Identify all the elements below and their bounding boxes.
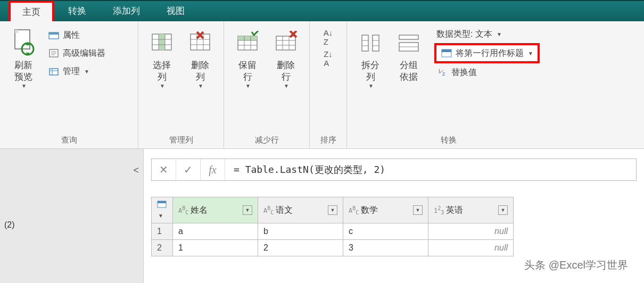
svg-rect-39 (399, 35, 418, 39)
check-icon: ✓ (184, 163, 193, 176)
refresh-icon (11, 28, 36, 57)
x-icon: ✕ (159, 163, 168, 176)
dropdown-arrow-icon: ▼ (368, 83, 374, 89)
svg-rect-34 (373, 35, 379, 51)
group-label-transform: 转换 (353, 133, 544, 146)
svg-rect-43 (442, 49, 451, 52)
column-name: 数学 (361, 205, 378, 214)
advanced-editor-icon (48, 47, 60, 59)
group-by-button[interactable]: 分组 依据 (392, 26, 426, 85)
table-corner[interactable]: ▼ (152, 197, 173, 223)
table-row[interactable]: 2 1 2 3 null (152, 240, 514, 256)
dropdown-arrow-icon: ▼ (84, 69, 89, 74)
replace-values-label: 替换值 (451, 67, 477, 78)
svg-text:2: 2 (442, 71, 445, 77)
keep-rows-button[interactable]: 保留 行 ▼ (230, 26, 265, 91)
svg-rect-23 (238, 36, 257, 40)
choose-columns-icon (149, 28, 175, 57)
column-filter-button[interactable]: ▼ (243, 205, 252, 215)
column-filter-button[interactable]: ▼ (328, 205, 337, 215)
group-label-reduce-rows: 减少行 (230, 133, 303, 146)
table-cell[interactable]: null (428, 223, 514, 240)
row-number: 1 (152, 223, 173, 240)
data-table: ▼ ABC姓名 ▼ ABC语文 ▼ (151, 197, 514, 256)
dropdown-arrow-icon: ▼ (528, 51, 533, 56)
tab-transform[interactable]: 转换 (55, 1, 99, 21)
column-header[interactable]: 123英语 ▼ (428, 197, 514, 223)
remove-columns-icon (187, 28, 213, 57)
table-cell[interactable]: null (428, 240, 514, 256)
column-name: 姓名 (191, 205, 208, 214)
table-row[interactable]: 1 a b c null (152, 223, 514, 240)
replace-values-button[interactable]: 12 替换值 (434, 65, 540, 79)
svg-rect-47 (158, 201, 166, 203)
formula-cancel-button[interactable]: ✕ (152, 159, 176, 180)
manage-button[interactable]: 管理 ▼ (45, 64, 109, 79)
properties-label: 属性 (63, 30, 80, 41)
navigation-panel: < (2) (0, 149, 144, 283)
formula-fx-button[interactable]: fx (201, 159, 225, 180)
column-name: 语文 (276, 205, 293, 214)
svg-rect-12 (159, 34, 165, 50)
data-type-label: 数据类型: 文本 (436, 29, 492, 40)
advanced-editor-button[interactable]: 高级编辑器 (45, 46, 109, 61)
text-type-icon: ABC (178, 207, 188, 214)
table-cell[interactable]: 3 (343, 240, 428, 256)
text-type-icon: ABC (349, 207, 359, 214)
column-filter-button[interactable]: ▼ (498, 205, 508, 215)
dropdown-arrow-icon: ▼ (198, 83, 203, 89)
formula-input[interactable]: = Table.LastN(更改的类型, 2) (225, 163, 394, 176)
fx-icon: fx (209, 164, 216, 176)
replace-values-icon: 12 (436, 66, 448, 78)
column-name: 英语 (446, 205, 463, 214)
remove-rows-icon (273, 28, 299, 57)
svg-rect-8 (49, 69, 58, 75)
manage-icon (48, 65, 60, 77)
dropdown-arrow-icon: ▼ (21, 83, 27, 89)
main-panel: ✕ ✓ fx = Table.LastN(更改的类型, 2) ▼ ABC姓名 ▼ (144, 149, 644, 283)
dropdown-arrow-icon: ▼ (245, 83, 251, 89)
svg-rect-33 (362, 35, 368, 51)
tab-home[interactable]: 主页 (9, 1, 54, 21)
manage-label: 管理 (63, 66, 80, 77)
content-area: < (2) ✕ ✓ fx = Table.LastN(更改的类型, 2) ▼ A… (0, 149, 644, 283)
column-header[interactable]: ABC语文 ▼ (258, 197, 343, 223)
table-icon (157, 201, 167, 208)
sort-desc-icon: Z↓A (324, 49, 333, 68)
advanced-editor-label: 高级编辑器 (63, 48, 105, 59)
formula-accept-button[interactable]: ✓ (176, 159, 201, 180)
tab-view[interactable]: 视图 (154, 1, 197, 21)
nav-item[interactable]: (2) (4, 220, 15, 230)
dropdown-arrow-icon: ▼ (497, 31, 502, 37)
split-column-button[interactable]: 拆分 列 ▼ (353, 26, 387, 91)
first-row-header-button[interactable]: 将第一行用作标题 ▼ (434, 43, 540, 63)
row-number: 2 (152, 240, 173, 256)
table-cell[interactable]: 2 (258, 240, 343, 256)
group-by-icon (396, 28, 422, 57)
group-label-query: 查询 (6, 133, 131, 146)
dropdown-arrow-icon: ▼ (160, 83, 165, 89)
sort-desc-button[interactable]: Z↓A (319, 49, 338, 68)
dropdown-arrow-icon: ▼ (284, 83, 289, 89)
table-cell[interactable]: a (173, 223, 258, 240)
collapse-panel-button[interactable]: < (133, 165, 139, 176)
group-label-sort: 排序 (316, 133, 340, 146)
table-cell[interactable]: 1 (173, 240, 258, 256)
text-type-icon: ABC (263, 207, 274, 214)
column-filter-button[interactable]: ▼ (413, 205, 423, 215)
column-header[interactable]: ABC姓名 ▼ (173, 197, 258, 223)
number-type-icon: 123 (434, 207, 444, 214)
properties-button[interactable]: 属性 (45, 28, 109, 43)
tab-add-column[interactable]: 添加列 (100, 1, 153, 21)
ribbon: 刷新 预览 ▼ 属性 高级编辑器 管理 ▼ 查询 (0, 21, 644, 149)
sort-asc-button[interactable]: A↓Z (319, 28, 338, 47)
remove-columns-button[interactable]: 删除 列 ▼ (183, 26, 217, 91)
choose-columns-button[interactable]: 选择 列 ▼ (145, 26, 179, 91)
column-header[interactable]: ABC数学 ▼ (343, 197, 428, 223)
watermark: 头条 @Excel学习世界 (524, 258, 628, 272)
table-cell[interactable]: c (343, 223, 428, 240)
remove-rows-button[interactable]: 删除 行 ▼ (269, 26, 303, 91)
refresh-preview-button[interactable]: 刷新 预览 ▼ (6, 26, 40, 91)
data-type-button[interactable]: 数据类型: 文本 ▼ (434, 28, 540, 41)
table-cell[interactable]: b (258, 223, 343, 240)
